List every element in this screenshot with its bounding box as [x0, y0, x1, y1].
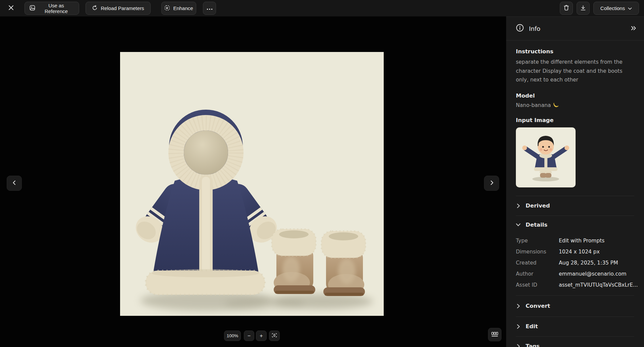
thumbnail-strip-toggle[interactable] — [488, 328, 501, 341]
next-image-button[interactable] — [484, 176, 499, 191]
input-image-thumbnail[interactable] — [516, 127, 576, 187]
chevron-down-icon — [516, 223, 521, 226]
image-icon — [30, 5, 35, 12]
info-icon — [516, 24, 524, 33]
section-details[interactable]: Details — [516, 216, 634, 234]
info-panel-header: Info — [506, 17, 644, 41]
detail-value: Aug 28, 2025, 1:35 PM — [559, 260, 618, 266]
detail-label: Type — [516, 238, 559, 244]
detail-value: emmanuel@scenario.com — [559, 271, 627, 277]
model-value: Nano-banana — [516, 102, 551, 108]
section-convert[interactable]: Convert — [516, 295, 634, 316]
panel-sections: Derived Details Type Edit with Prompts D… — [516, 196, 634, 347]
more-options-button[interactable] — [203, 2, 216, 15]
enhance-label: Enhance — [173, 5, 193, 11]
image-viewer: 100% − + — [0, 16, 506, 347]
banana-emoji-icon — [553, 102, 559, 109]
chevron-right-icon — [516, 344, 521, 347]
instructions-label: Instructions — [516, 48, 634, 55]
detail-value: asset_mTVlUTUqTaVsCBxLrE... — [559, 282, 638, 288]
detail-row-dimensions: Dimensions 1024 x 1024 px — [516, 246, 634, 257]
detail-row-author: Author emmanuel@scenario.com — [516, 269, 634, 280]
use-as-reference-button[interactable]: Use as Reference — [24, 2, 79, 15]
trash-icon — [564, 5, 569, 12]
section-details-label: Details — [526, 222, 547, 228]
zoom-controls: 100% − + — [224, 331, 280, 341]
fit-to-screen-button[interactable] — [269, 331, 280, 341]
zoom-level-button[interactable]: 100% — [224, 331, 241, 341]
section-tags[interactable]: Tags — [516, 336, 634, 347]
chevron-right-icon — [516, 324, 521, 329]
fit-width-icon — [272, 333, 277, 339]
previous-image-button[interactable] — [7, 176, 22, 191]
instructions-block: Instructions separate the different elem… — [516, 48, 634, 84]
input-image-label: Input Image — [516, 117, 634, 123]
chevron-right-icon — [489, 180, 494, 186]
model-block: Model Nano-banana — [516, 93, 634, 109]
zoom-in-button[interactable]: + — [256, 331, 267, 341]
close-icon — [8, 5, 14, 12]
detail-value: 1024 x 1024 px — [559, 249, 600, 255]
detail-label: Dimensions — [516, 249, 559, 255]
delete-button[interactable] — [560, 2, 573, 15]
section-derived-label: Derived — [526, 203, 550, 209]
double-chevron-right-icon — [631, 26, 637, 32]
section-convert-label: Convert — [526, 303, 550, 309]
reload-parameters-label: Reload Parameters — [101, 5, 144, 11]
reload-icon — [92, 5, 98, 12]
close-button[interactable] — [5, 3, 16, 14]
model-label: Model — [516, 93, 634, 99]
chevron-down-icon — [628, 5, 632, 11]
detail-row-type: Type Edit with Prompts — [516, 235, 634, 246]
instructions-text: separate the different elements from the… — [516, 58, 634, 84]
info-panel: Info Instructions separate the different… — [506, 16, 644, 347]
section-derived[interactable]: Derived — [516, 196, 634, 216]
chevron-left-icon — [12, 180, 17, 186]
download-icon — [580, 5, 586, 12]
collections-label: Collections — [600, 5, 625, 11]
collapse-panel-button[interactable] — [631, 26, 637, 32]
section-edit-label: Edit — [526, 323, 538, 330]
section-edit[interactable]: Edit — [516, 316, 634, 336]
chevron-right-icon — [516, 204, 521, 208]
section-tags-label: Tags — [526, 343, 540, 347]
panel-title: Info — [529, 25, 540, 32]
use-as-reference-label: Use as Reference — [38, 3, 74, 14]
detail-row-asset-id: Asset ID asset_mTVlUTUqTaVsCBxLrE... — [516, 280, 634, 291]
detail-label: Author — [516, 271, 559, 277]
top-toolbar: Use as Reference Reload Parameters Enhan… — [0, 0, 644, 16]
detail-label: Asset ID — [516, 282, 559, 288]
filmstrip-icon — [491, 332, 498, 338]
info-panel-body: Instructions separate the different elem… — [506, 48, 644, 347]
app-root: Use as Reference Reload Parameters Enhan… — [0, 0, 644, 347]
zoom-out-button[interactable]: − — [244, 331, 254, 341]
detail-value: Edit with Prompts — [559, 238, 604, 244]
ellipsis-icon — [207, 5, 213, 11]
generated-image[interactable] — [120, 52, 384, 316]
chevron-right-icon — [516, 304, 521, 308]
input-image-block: Input Image — [516, 117, 634, 187]
detail-row-created: Created Aug 28, 2025, 1:35 PM — [516, 257, 634, 269]
detail-label: Created — [516, 260, 559, 266]
details-content: Type Edit with Prompts Dimensions 1024 x… — [516, 234, 634, 295]
enhance-button[interactable]: Enhance — [161, 2, 196, 15]
enhance-icon — [164, 5, 170, 12]
collections-button[interactable]: Collections — [593, 2, 639, 15]
reload-parameters-button[interactable]: Reload Parameters — [86, 2, 151, 15]
download-button[interactable] — [577, 2, 590, 15]
